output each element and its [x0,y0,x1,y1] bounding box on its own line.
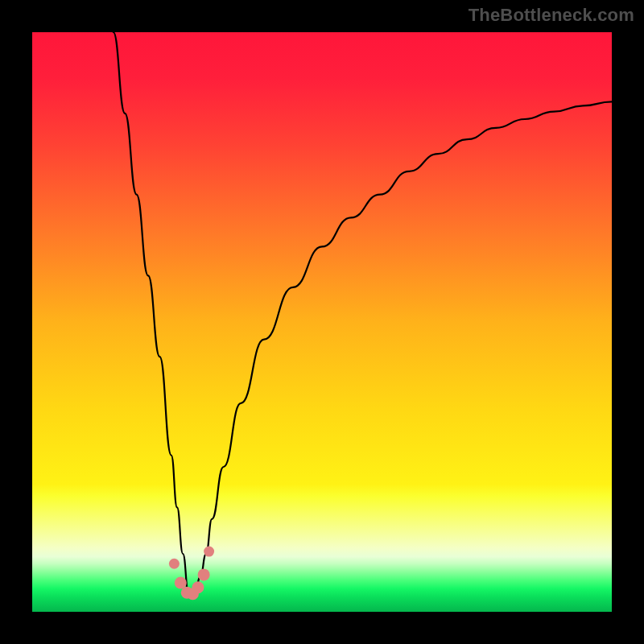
marker-dot [198,568,210,580]
marker-dot [192,581,204,593]
watermark-text: TheBottleneck.com [469,5,634,26]
plot-area [32,32,612,612]
chart-frame: TheBottleneck.com [0,0,644,644]
highlight-markers [169,547,214,601]
bottleneck-curve [114,32,612,594]
marker-dot [204,547,214,557]
bottleneck-curve-layer [32,32,612,612]
marker-dot [169,559,180,569]
